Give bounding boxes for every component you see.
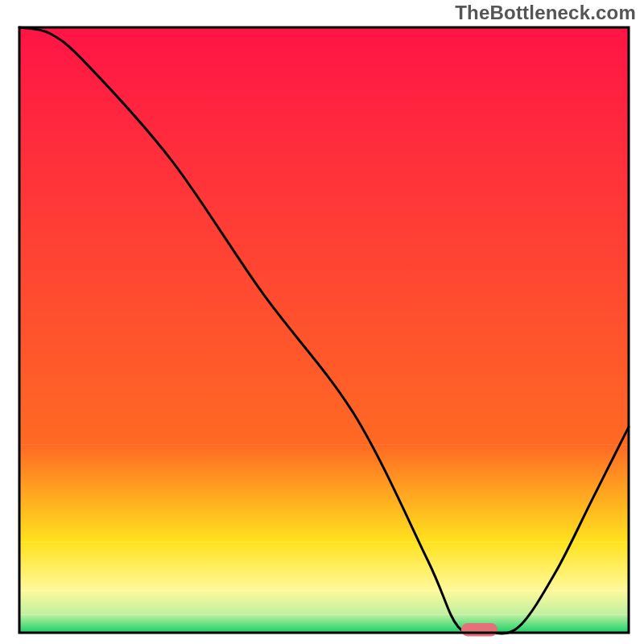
chart-container: TheBottleneck.com bbox=[0, 0, 644, 644]
optimal-marker bbox=[461, 623, 497, 637]
gradient-band bbox=[19, 542, 629, 590]
gradient-band bbox=[19, 614, 629, 633]
bottleneck-chart bbox=[0, 0, 644, 644]
gradient-band bbox=[19, 445, 629, 542]
watermark-text: TheBottleneck.com bbox=[455, 2, 636, 24]
